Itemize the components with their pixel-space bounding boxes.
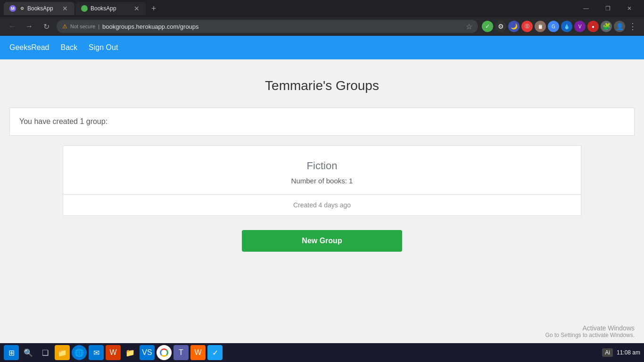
not-secure-label: Not secure bbox=[70, 24, 95, 29]
group-card-footer: Created 4 days ago bbox=[63, 194, 581, 215]
taskbar-wakatime[interactable]: W bbox=[190, 345, 206, 360]
ext-profile[interactable]: 👤 bbox=[614, 21, 625, 32]
ext-red2[interactable]: ● bbox=[587, 21, 599, 32]
taskbar-icons: ⊞ 🔍 ❑ 📁 🌐 ✉ W 📁 VS T W ✓ bbox=[4, 345, 223, 360]
url-divider: | bbox=[98, 24, 99, 29]
tab-2-favicon bbox=[81, 5, 88, 12]
ext-menu[interactable]: ⋮ bbox=[627, 21, 638, 32]
tab-1-favicon: M bbox=[9, 5, 16, 12]
new-tab-button[interactable]: + bbox=[147, 2, 160, 15]
books-label: Number of books: bbox=[291, 177, 347, 185]
books-count: 1 bbox=[349, 177, 353, 185]
ext-drop[interactable]: 💧 bbox=[561, 21, 572, 32]
tab-2-close[interactable]: ✕ bbox=[133, 5, 140, 12]
url-text[interactable]: bookgroups.herokuapp.com/groups bbox=[102, 23, 463, 30]
ext-clipboard[interactable]: 📋 bbox=[535, 21, 546, 32]
group-books: Number of books: 1 bbox=[73, 177, 571, 185]
taskbar: ⊞ 🔍 ❑ 📁 🌐 ✉ W 📁 VS T W ✓ Ai 11:08 am bbox=[0, 343, 644, 362]
new-group-button[interactable]: New Group bbox=[242, 230, 402, 252]
refresh-button[interactable]: ↻ bbox=[40, 20, 53, 33]
ext-red[interactable]: ⓪ bbox=[521, 21, 533, 32]
tab-2-title: BooksApp bbox=[91, 5, 130, 12]
taskbar-time: 11:08 am bbox=[617, 349, 640, 356]
taskbar-folder[interactable]: 📁 bbox=[123, 345, 138, 360]
taskbar-files[interactable]: 📁 bbox=[55, 345, 70, 360]
tab-1-gh-favicon: ⚙ bbox=[19, 5, 25, 12]
taskbar-right: Ai 11:08 am bbox=[602, 348, 640, 357]
tab-2[interactable]: BooksApp ✕ bbox=[75, 2, 146, 15]
main-content: Temmarie's Groups You have created 1 gro… bbox=[0, 59, 644, 362]
close-button[interactable]: ✕ bbox=[619, 0, 640, 17]
back-link[interactable]: Back bbox=[61, 43, 78, 52]
taskbar-ai-label[interactable]: Ai bbox=[602, 348, 613, 357]
ext-check[interactable]: ✓ bbox=[482, 21, 493, 32]
tab-1-title: BooksApp bbox=[27, 5, 58, 12]
taskbar-start[interactable]: ⊞ bbox=[4, 345, 19, 360]
taskbar-teams[interactable]: T bbox=[173, 345, 189, 360]
taskbar-edge[interactable]: 🌐 bbox=[72, 345, 87, 360]
page-title: Temmarie's Groups bbox=[9, 78, 635, 93]
taskbar-office[interactable]: W bbox=[106, 345, 121, 360]
ext-github[interactable]: ⚙ bbox=[495, 21, 506, 32]
ext-moon[interactable]: 🌙 bbox=[508, 21, 520, 32]
group-card[interactable]: Fiction Number of books: 1 Created 4 day… bbox=[63, 145, 581, 216]
minimize-button[interactable]: — bbox=[575, 0, 597, 17]
maximize-button[interactable]: ❐ bbox=[597, 0, 619, 17]
url-bar[interactable]: ⚠ Not secure | bookgroups.herokuapp.com/… bbox=[57, 20, 478, 33]
group-created: Created 4 days ago bbox=[293, 201, 351, 209]
brand-link[interactable]: GeeksRead bbox=[9, 43, 50, 52]
taskbar-mail[interactable]: ✉ bbox=[89, 345, 104, 360]
extension-icons: ✓ ⚙ 🌙 ⓪ 📋 G 💧 V ● 🧩 👤 ⋮ bbox=[482, 21, 638, 32]
group-card-main: Fiction Number of books: 1 bbox=[63, 146, 581, 194]
group-name: Fiction bbox=[73, 160, 571, 172]
taskbar-taskview[interactable]: ❑ bbox=[38, 345, 53, 360]
groups-count-bar: You have created 1 group: bbox=[9, 107, 635, 136]
ext-puzzle[interactable]: 🧩 bbox=[601, 21, 612, 32]
ext-google[interactable]: G bbox=[548, 21, 559, 32]
address-bar: ← → ↻ ⚠ Not secure | bookgroups.herokuap… bbox=[0, 17, 644, 36]
tab-bar: M ⚙ BooksApp ✕ BooksApp ✕ + — ❐ ✕ bbox=[0, 0, 644, 17]
back-button[interactable]: ← bbox=[6, 20, 19, 33]
window-controls: — ❐ ✕ bbox=[575, 0, 640, 17]
tab-1-close[interactable]: ✕ bbox=[61, 5, 69, 12]
browser-chrome: M ⚙ BooksApp ✕ BooksApp ✕ + — ❐ ✕ ← → ↻ … bbox=[0, 0, 644, 36]
forward-button[interactable]: → bbox=[23, 20, 36, 33]
taskbar-app2[interactable]: ✓ bbox=[207, 345, 223, 360]
taskbar-vscode[interactable]: VS bbox=[140, 345, 155, 360]
ext-violet[interactable]: V bbox=[574, 21, 586, 32]
tab-1[interactable]: M ⚙ BooksApp ✕ bbox=[4, 2, 74, 15]
groups-count-text: You have created 1 group: bbox=[19, 117, 107, 125]
sign-out-link[interactable]: Sign Out bbox=[89, 43, 118, 52]
taskbar-chrome[interactable] bbox=[157, 345, 172, 360]
taskbar-search[interactable]: 🔍 bbox=[21, 345, 36, 360]
security-warning-icon: ⚠ bbox=[62, 23, 67, 30]
app-nav: GeeksRead Back Sign Out bbox=[0, 36, 644, 59]
bookmark-icon[interactable]: ☆ bbox=[466, 22, 472, 31]
